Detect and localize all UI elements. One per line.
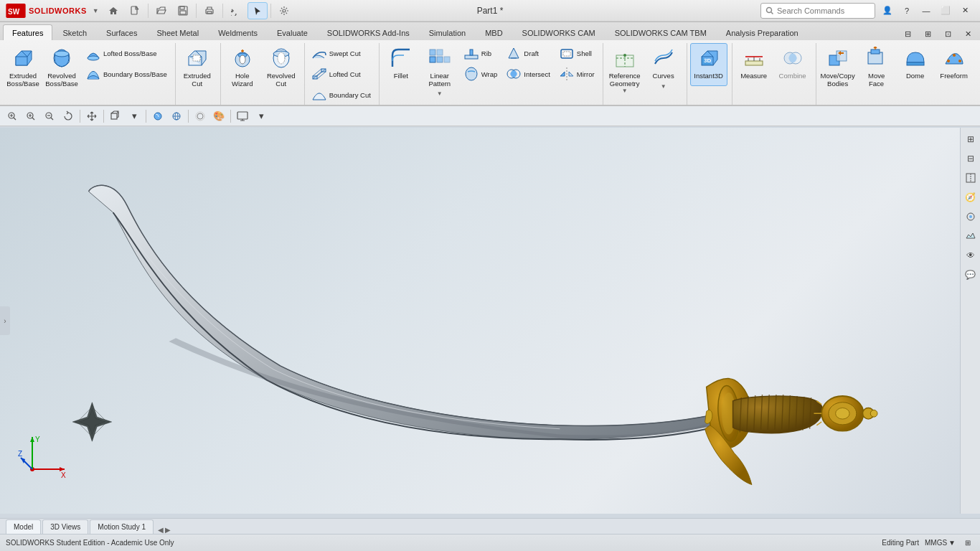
combine-icon: [781, 47, 804, 70]
tab-features[interactable]: Features: [3, 24, 52, 40]
shaded-btn[interactable]: [150, 108, 166, 124]
dropdown-arrow[interactable]: ▼: [93, 7, 99, 14]
zoom-in-btn[interactable]: [23, 108, 39, 124]
curves-btn[interactable]: Curves: [645, 43, 682, 86]
tab-sheet-metal[interactable]: Sheet Metal: [147, 24, 208, 40]
pan-btn[interactable]: [84, 108, 100, 124]
user-icon[interactable]: 👤: [878, 4, 897, 17]
ribbon: Features Sketch Surfaces Sheet Metal Wel…: [0, 22, 980, 106]
tab-close[interactable]: ✕: [958, 27, 977, 40]
open-btn[interactable]: [151, 2, 171, 19]
rotate-view-btn[interactable]: [60, 108, 76, 124]
tab-solidworks-cam[interactable]: SOLIDWORKS CAM: [513, 24, 605, 40]
draft-btn[interactable]: Draft: [502, 43, 553, 63]
new-btn[interactable]: [125, 2, 145, 19]
tab-addins[interactable]: SOLIDWORKS Add-Ins: [318, 24, 419, 40]
view-selector-btn[interactable]: ⊞: [962, 131, 979, 148]
display-style-btn[interactable]: ▾: [126, 108, 142, 124]
options-btn[interactable]: [274, 2, 294, 19]
tb-sep-2: [196, 4, 197, 18]
tab-scroll-left[interactable]: ◀: [158, 526, 164, 534]
tab-minimize[interactable]: ⊟: [898, 27, 917, 40]
tab-scroll-right[interactable]: ▶: [165, 526, 171, 534]
sword-model: [0, 164, 980, 491]
extruded-cut-btn[interactable]: ExtrudedCut: [179, 43, 216, 90]
dome-btn[interactable]: Dome: [897, 43, 934, 86]
rib-btn[interactable]: Rib: [460, 43, 501, 63]
combine-btn[interactable]: Combine: [774, 43, 811, 86]
tab-cam-tbm[interactable]: SOLIDWORKS CAM TBM: [606, 24, 716, 40]
3d-view-btn[interactable]: ⊟: [962, 150, 979, 167]
tab-restore[interactable]: ⊞: [918, 27, 937, 40]
tab-surfaces[interactable]: Surfaces: [97, 24, 146, 40]
close-btn[interactable]: ✕: [956, 4, 974, 17]
extruded-boss-btn[interactable]: ExtrudedBoss/Base: [4, 43, 42, 90]
intersect-btn[interactable]: Intersect: [502, 64, 553, 84]
linear-pattern-btn[interactable]: LinearPattern: [421, 43, 458, 90]
boundary-boss-btn[interactable]: Boundary Boss/Base: [82, 64, 171, 84]
chat-btn[interactable]: 💬: [962, 266, 979, 283]
tb-sep-1: [148, 4, 149, 18]
rib-icon: [463, 45, 479, 61]
revolved-cut-btn[interactable]: RevolvedCut: [263, 43, 300, 90]
tab-weldments[interactable]: Weldments: [209, 24, 267, 40]
tab-mbd[interactable]: MBD: [476, 24, 512, 40]
measure-btn[interactable]: Measure: [735, 43, 773, 86]
minimize-btn[interactable]: —: [917, 4, 936, 17]
select-btn[interactable]: [248, 2, 268, 19]
home-btn[interactable]: [103, 2, 123, 19]
wireframe-btn[interactable]: [169, 108, 184, 124]
fillet-btn[interactable]: Fillet: [382, 43, 420, 86]
help-btn[interactable]: ?: [897, 4, 916, 17]
search-input[interactable]: [777, 6, 856, 15]
scene-btn[interactable]: [962, 227, 979, 245]
tab-analysis-prep[interactable]: Analysis Preparation: [717, 24, 808, 40]
wrap-btn[interactable]: Wrap: [460, 64, 501, 84]
view-orient-btn[interactable]: [108, 108, 123, 124]
curves-label: Curves: [653, 72, 674, 80]
btab-motion-study[interactable]: Motion Study 1: [90, 519, 154, 534]
move-copy-bodies-btn[interactable]: Move/CopyBodies: [819, 43, 857, 90]
bottom-tabs: Model 3D Views Motion Study 1 ◀ ▶: [0, 518, 980, 534]
appearance-panel-btn[interactable]: [962, 208, 979, 225]
instant3d-btn[interactable]: 3D Instant3D: [690, 43, 727, 86]
search-box[interactable]: [760, 3, 875, 19]
expand-btn[interactable]: ⊞: [961, 537, 974, 550]
freeform-btn[interactable]: Freeform: [936, 43, 973, 86]
print-btn[interactable]: [199, 2, 220, 19]
shell-btn[interactable]: Shell: [555, 43, 598, 63]
revolved-boss-btn[interactable]: RevolvedBoss/Base: [43, 43, 80, 90]
units-selector[interactable]: MMGS ▼: [925, 539, 956, 547]
undo-btn[interactable]: [226, 2, 246, 19]
svg-rect-32: [470, 50, 473, 55]
reference-geometry-btn[interactable]: ReferenceGeometry: [606, 43, 644, 90]
tab-expand[interactable]: ⊡: [938, 27, 957, 40]
btab-model[interactable]: Model: [6, 519, 41, 534]
save-btn[interactable]: [173, 2, 193, 19]
maximize-btn[interactable]: ⬜: [936, 4, 955, 17]
tab-evaluate[interactable]: Evaluate: [268, 24, 317, 40]
zoom-fit-btn[interactable]: [4, 108, 20, 124]
orientation-btn[interactable]: 🧭: [962, 189, 979, 206]
appearance-btn[interactable]: 🎨: [211, 108, 227, 124]
view-dropdown[interactable]: ▾: [253, 108, 269, 124]
tab-sketch[interactable]: Sketch: [53, 24, 96, 40]
section-view-btn[interactable]: [962, 169, 979, 187]
lofted-cut-btn[interactable]: Lofted Cut: [308, 64, 374, 84]
move-face-btn[interactable]: MoveFace: [858, 43, 895, 90]
lights-btn[interactable]: [192, 108, 208, 124]
left-panel-toggle[interactable]: ›: [0, 306, 10, 335]
realview-btn[interactable]: 👁: [962, 247, 979, 264]
lofted-cut-icon: [311, 66, 327, 82]
boundary-cut-btn[interactable]: Boundary Cut: [308, 85, 374, 105]
tab-simulation[interactable]: Simulation: [420, 24, 475, 40]
swept-cut-btn[interactable]: Swept Cut: [308, 43, 374, 63]
monitor-btn[interactable]: [235, 108, 250, 124]
mirror-btn[interactable]: Mirror: [555, 64, 598, 84]
lofted-boss-btn[interactable]: Lofted Boss/Base: [82, 43, 171, 63]
group-reference: ReferenceGeometry ▼ Curves ▼: [606, 43, 687, 105]
svg-rect-26: [430, 57, 435, 62]
hole-wizard-btn[interactable]: HoleWizard: [224, 43, 261, 90]
btab-3d-views[interactable]: 3D Views: [42, 519, 88, 534]
zoom-out-btn[interactable]: [42, 108, 57, 124]
